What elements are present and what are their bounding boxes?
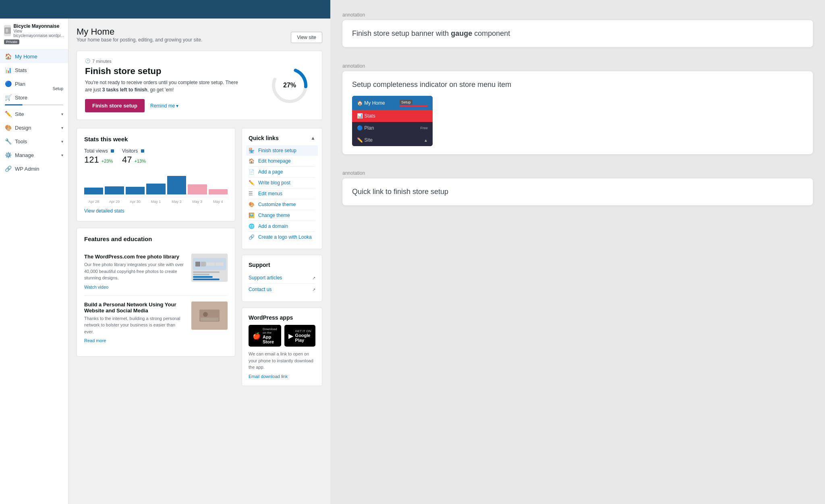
stats-card: Stats this week Total views 121 xyxy=(77,128,235,221)
page-wrapper: B Bicycle Mayonnaise View bicyclemayonna… xyxy=(0,0,825,504)
sidebar-item-site[interactable]: ✏️ Site ▾ xyxy=(0,107,68,121)
site-info[interactable]: B Bicycle Mayonnaise View bicyclemayonna… xyxy=(0,19,68,50)
google-play-small-label: GET IT ON xyxy=(295,329,311,333)
apps-card: WordPress apps 🍎 Download on the App Sto… xyxy=(242,308,322,386)
col-left: Stats this week Total views 121 xyxy=(77,128,235,392)
feature-title-1: The WordPress.com free photo library xyxy=(84,254,186,260)
page-header: My Home Your home base for posting, edit… xyxy=(77,27,322,48)
sidebar-item-label: Plan xyxy=(15,81,25,87)
manage-icon: ⚙️ xyxy=(5,152,12,158)
email-download-link[interactable]: Email download link xyxy=(249,374,288,379)
sidebar-item-wp-admin[interactable]: 🔗 WP Admin xyxy=(0,162,68,176)
feature-item-2: Build a Personal Network Using Your Webs… xyxy=(84,296,228,349)
quick-link-customize-theme[interactable]: 🎨 Customize theme xyxy=(249,199,315,210)
remind-me-button[interactable]: Remind me ▾ xyxy=(150,103,178,109)
watch-video-link[interactable]: Watch video xyxy=(84,285,108,289)
feature-desc-2: Thanks to the internet, building a stron… xyxy=(84,315,186,335)
quick-link-create-logo[interactable]: 🔗 Create a logo with Looka xyxy=(249,232,315,242)
quick-link-write-blog[interactable]: ✏️ Write blog post xyxy=(249,178,315,188)
quick-link-edit-menus[interactable]: ☰ Edit menus xyxy=(249,188,315,199)
chart-label-2: Apr 29 xyxy=(105,200,124,204)
sidebar-item-label: Site xyxy=(15,111,24,117)
sidebar-item-label: Design xyxy=(15,125,31,131)
feature-item-1: The WordPress.com free photo library Our… xyxy=(84,248,228,296)
customize-link-icon: 🎨 xyxy=(249,202,255,207)
setup-banner-left: 🕐 7 minutes Finish store setup You're no… xyxy=(85,58,265,112)
chart-label-5: May 2 xyxy=(167,200,186,204)
visitors-value: 47 xyxy=(122,155,132,165)
setup-timer: 🕐 7 minutes xyxy=(85,58,265,64)
sidebar-item-label: Store xyxy=(15,95,27,101)
app-badges: 🍎 Download on the App Store ▶ xyxy=(249,325,315,347)
site-name: Bicycle Mayonnaise xyxy=(13,23,64,29)
domain-link-icon: 🌐 xyxy=(249,223,255,229)
app-email-text: We can email a link to open on your phon… xyxy=(249,351,315,371)
sidebar-item-label: Manage xyxy=(15,152,34,158)
sidebar-item-manage[interactable]: ⚙️ Manage ▾ xyxy=(0,148,68,162)
mini-nav-stats: 📊 Stats xyxy=(352,110,433,122)
stats-title: Stats this week xyxy=(84,136,228,143)
feature-title-2: Build a Personal Network Using Your Webs… xyxy=(84,302,186,314)
chevron-up-icon[interactable]: ▲ xyxy=(311,135,315,141)
annotations-panel: annotation Finish store setup banner wit… xyxy=(330,0,825,504)
chevron-down-icon: ▾ xyxy=(61,112,63,116)
clock-icon: 🕐 xyxy=(85,58,91,64)
views-dot xyxy=(111,149,114,153)
view-detailed-stats-link[interactable]: View detailed stats xyxy=(84,208,124,214)
chart-bar-6 xyxy=(188,184,207,194)
apps-title: WordPress apps xyxy=(249,314,315,321)
top-bar xyxy=(0,0,330,19)
sidebar-item-label: Stats xyxy=(15,67,27,73)
design-icon: 🎨 xyxy=(5,124,12,131)
visitors-dot xyxy=(141,149,144,153)
quick-link-finish-store[interactable]: 🏪 Finish store setup xyxy=(246,145,318,156)
annotation-2-card: Setup completeness indicator on store me… xyxy=(342,71,813,154)
gauge-svg: 27% xyxy=(267,63,312,107)
chart-label-3: Apr 30 xyxy=(126,200,145,204)
google-play-badge[interactable]: ▶ GET IT ON Google Play xyxy=(284,325,315,347)
read-more-link[interactable]: Read more xyxy=(84,338,106,343)
chevron-down-icon: ▾ xyxy=(61,126,63,130)
feature-image-2 xyxy=(191,302,228,330)
annotation-3-wrapper: annotation Quick link to finish store se… xyxy=(342,170,813,205)
col-right: Quick links ▲ 🏪 Finish store setup 🏠 Edi… xyxy=(242,128,322,392)
site-badge: Private xyxy=(4,39,19,44)
setup-progress-fill xyxy=(5,104,23,105)
feature-image-1 xyxy=(191,254,228,282)
contact-us-link[interactable]: Contact us ↗ xyxy=(249,284,315,295)
quick-links-header: Quick links ▲ xyxy=(249,135,315,141)
support-articles-link[interactable]: Support articles ↗ xyxy=(249,272,315,284)
setup-description: You're not ready to receive orders until… xyxy=(85,79,238,93)
stats-icon: 📊 xyxy=(5,67,12,73)
view-site-button[interactable]: View site xyxy=(291,32,322,43)
feature-img-bars xyxy=(193,271,226,280)
quick-link-add-page[interactable]: 📄 Add a page xyxy=(249,167,315,178)
annotation-2-wrapper: annotation Setup completeness indicator … xyxy=(342,63,813,154)
page-subtitle: Your home base for posting, editing, and… xyxy=(77,37,202,43)
annotation-1-card: Finish store setup banner with gauge com… xyxy=(342,20,813,47)
chart-bar-3 xyxy=(126,187,145,194)
stats-row: Total views 121 +23% xyxy=(84,148,228,165)
feature-desc-1: Our free photo library integrates your s… xyxy=(84,261,186,281)
external-link-icon: ↗ xyxy=(312,287,315,292)
sidebar-item-my-home[interactable]: 🏠 My Home xyxy=(0,50,68,63)
chart-label-4: May 1 xyxy=(146,200,165,204)
sidebar-item-store[interactable]: 🛒 Store xyxy=(0,91,68,104)
app-store-badge[interactable]: 🍎 Download on the App Store xyxy=(249,325,281,347)
finish-store-setup-button[interactable]: Finish store setup xyxy=(85,99,145,112)
visitors-stat: Visitors 47 +13% xyxy=(122,148,146,165)
quick-link-change-theme[interactable]: 🖼️ Change theme xyxy=(249,210,315,221)
mini-sidebar-preview: 🏠 My Home Setup 📊 Stats 🔵 Plan Free xyxy=(352,96,433,146)
sidebar-item-design[interactable]: 🎨 Design ▾ xyxy=(0,121,68,134)
support-card: Support Support articles ↗ Contact us ↗ xyxy=(242,255,322,302)
chart-bar-7 xyxy=(209,189,228,194)
sidebar-store-wrapper: Setup 🛒 Store xyxy=(0,91,68,105)
home-link-icon: 🏠 xyxy=(249,158,255,164)
sidebar-item-stats[interactable]: 📊 Stats xyxy=(0,63,68,77)
quick-link-add-domain[interactable]: 🌐 Add a domain xyxy=(249,221,315,232)
menu-link-icon: ☰ xyxy=(249,191,255,196)
store-link-icon: 🏪 xyxy=(249,148,255,153)
total-views-label: Total views xyxy=(84,148,114,154)
sidebar-item-tools[interactable]: 🔧 Tools ▾ xyxy=(0,134,68,148)
quick-link-edit-homepage[interactable]: 🏠 Edit homepage xyxy=(249,156,315,167)
